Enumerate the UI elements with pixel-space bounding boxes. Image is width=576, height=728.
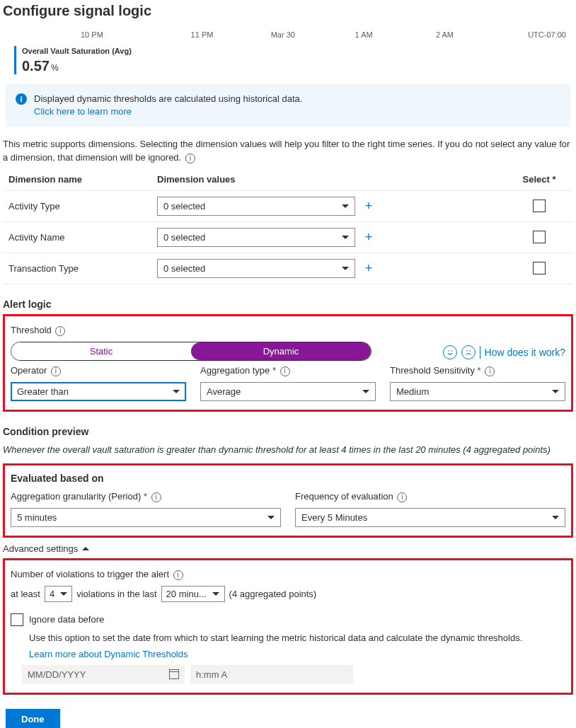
info-icon: i bbox=[16, 93, 27, 105]
toggle-dynamic[interactable]: Dynamic bbox=[191, 342, 371, 360]
sensitivity-select[interactable]: Medium bbox=[390, 382, 565, 401]
violations-label: Number of violations to trigger the aler… bbox=[11, 567, 565, 583]
dim-header-select: Select * bbox=[511, 174, 568, 185]
dimension-values-text: 0 selected bbox=[163, 201, 205, 212]
metric-unit: % bbox=[51, 63, 59, 73]
help-icon[interactable]: i bbox=[173, 570, 183, 580]
time-tick: 11 PM bbox=[161, 30, 242, 39]
chevron-up-icon bbox=[82, 547, 89, 550]
svg-point-0 bbox=[448, 350, 449, 352]
chevron-down-icon bbox=[212, 592, 219, 596]
info-text: Displayed dynamic thresholds are calcula… bbox=[34, 93, 302, 105]
violations-window-select[interactable]: 20 minu... bbox=[161, 586, 225, 602]
dimension-row: Activity Type 0 selected + bbox=[3, 191, 573, 222]
metric-value: 0.57% bbox=[22, 58, 132, 74]
sensitivity-value: Medium bbox=[396, 386, 429, 397]
metric-label: Overall Vault Saturation (Avg) bbox=[22, 47, 132, 55]
chevron-down-icon bbox=[362, 390, 369, 393]
svg-point-2 bbox=[466, 350, 468, 352]
granularity-value: 5 minutes bbox=[17, 512, 57, 523]
toggle-static[interactable]: Static bbox=[11, 342, 191, 360]
alert-logic-box: Threshold i Static Dynamic How does it w… bbox=[3, 314, 573, 412]
learn-dynamic-thresholds-link[interactable]: Learn more about Dynamic Thresholds bbox=[11, 647, 565, 665]
time-tick: Mar 30 bbox=[243, 30, 323, 39]
done-button[interactable]: Done bbox=[6, 709, 60, 728]
violations-window-value: 20 minu... bbox=[166, 589, 207, 599]
granularity-select[interactable]: 5 minutes bbox=[11, 508, 281, 527]
add-dimension-button[interactable]: + bbox=[361, 198, 376, 214]
at-least-text: at least bbox=[11, 589, 40, 599]
dimension-values-select[interactable]: 0 selected bbox=[157, 197, 355, 216]
frequency-value: Every 5 Minutes bbox=[301, 512, 367, 523]
advanced-settings-label: Advanced settings bbox=[3, 543, 78, 554]
info-learn-more-link[interactable]: Click here to learn more bbox=[34, 105, 302, 118]
ignore-data-description: Use this option to set the date from whi… bbox=[11, 629, 565, 647]
chevron-down-icon bbox=[173, 390, 180, 393]
dimension-values-select[interactable]: 0 selected bbox=[157, 228, 355, 247]
add-dimension-button[interactable]: + bbox=[361, 260, 376, 276]
time-tz: UTC-07:00 bbox=[485, 30, 573, 39]
select-checkbox[interactable] bbox=[533, 231, 546, 243]
date-input[interactable]: MM/DD/YYYY bbox=[22, 665, 185, 684]
smile-icon[interactable] bbox=[443, 345, 457, 359]
how-does-it-work-link[interactable]: How does it work? bbox=[485, 347, 565, 358]
chevron-down-icon bbox=[342, 267, 349, 270]
time-axis: 10 PM 11 PM Mar 30 1 AM 2 AM UTC-07:00 bbox=[0, 28, 576, 42]
metric-block: Overall Vault Saturation (Avg) 0.57% bbox=[0, 42, 576, 79]
ignore-data-label: Ignore data before bbox=[29, 614, 104, 625]
operator-value: Greater than bbox=[17, 386, 69, 397]
operator-select[interactable]: Greater than bbox=[11, 382, 186, 401]
frown-icon[interactable] bbox=[461, 345, 476, 359]
calendar-icon bbox=[169, 669, 179, 679]
time-tick: 2 AM bbox=[404, 30, 485, 39]
help-icon[interactable]: i bbox=[185, 154, 195, 163]
condition-preview-text: Whenever the overall vault saturation is… bbox=[0, 441, 576, 463]
dimensions-table: Dimension name Dimension values Select *… bbox=[0, 168, 576, 284]
help-icon[interactable]: i bbox=[151, 492, 161, 502]
help-icon[interactable]: i bbox=[485, 366, 495, 376]
svg-point-1 bbox=[451, 350, 452, 352]
time-input[interactable]: h:mm A bbox=[190, 665, 353, 684]
operator-label: Operator i bbox=[11, 364, 186, 379]
add-dimension-button[interactable]: + bbox=[361, 229, 376, 245]
violations-row: at least 4 violations in the last 20 min… bbox=[11, 583, 565, 605]
chevron-down-icon bbox=[60, 592, 67, 596]
evaluated-box: Evaluated based on Aggregation granulari… bbox=[3, 463, 573, 538]
violations-count-select[interactable]: 4 bbox=[45, 586, 72, 602]
granularity-label: Aggregation granularity (Period) * i bbox=[11, 490, 281, 505]
ignore-data-row: Ignore data before bbox=[11, 605, 565, 629]
dim-header-name: Dimension name bbox=[8, 174, 157, 185]
evaluated-title: Evaluated based on bbox=[11, 473, 565, 490]
select-checkbox[interactable] bbox=[533, 200, 546, 212]
chevron-down-icon bbox=[342, 204, 349, 208]
date-placeholder: MM/DD/YYYY bbox=[28, 669, 86, 680]
dimension-row: Transaction Type 0 selected + bbox=[3, 253, 573, 284]
time-tick: 1 AM bbox=[323, 30, 404, 39]
dimensions-header: Dimension name Dimension values Select * bbox=[3, 168, 573, 191]
aggregation-type-label: Aggregation type * i bbox=[200, 364, 376, 379]
help-icon[interactable]: i bbox=[51, 366, 61, 376]
alert-logic-title: Alert logic bbox=[0, 284, 576, 314]
frequency-label: Frequency of evaluation i bbox=[295, 490, 565, 505]
dimension-name: Transaction Type bbox=[8, 263, 157, 274]
metric-bar bbox=[14, 46, 16, 74]
advanced-settings-box: Number of violations to trigger the aler… bbox=[3, 558, 573, 695]
help-icon[interactable]: i bbox=[397, 492, 407, 502]
chevron-down-icon bbox=[552, 516, 559, 519]
dimension-name: Activity Type bbox=[8, 201, 157, 212]
dimension-values-text: 0 selected bbox=[163, 263, 205, 274]
select-checkbox[interactable] bbox=[533, 262, 546, 275]
ignore-data-checkbox[interactable] bbox=[11, 613, 23, 626]
time-tick: 10 PM bbox=[3, 30, 161, 39]
help-icon[interactable]: i bbox=[55, 326, 65, 336]
chevron-down-icon bbox=[342, 236, 349, 239]
metric-value-number: 0.57 bbox=[22, 58, 50, 74]
advanced-settings-toggle[interactable]: Advanced settings bbox=[0, 538, 576, 558]
help-icon[interactable]: i bbox=[280, 366, 290, 376]
dimension-values-select[interactable]: 0 selected bbox=[157, 259, 355, 278]
aggregation-type-value: Average bbox=[207, 386, 241, 397]
aggregation-type-select[interactable]: Average bbox=[200, 382, 376, 401]
info-banner: i Displayed dynamic thresholds are calcu… bbox=[6, 84, 570, 127]
sensitivity-label: Threshold Sensitivity * i bbox=[390, 364, 565, 379]
frequency-select[interactable]: Every 5 Minutes bbox=[295, 508, 565, 527]
